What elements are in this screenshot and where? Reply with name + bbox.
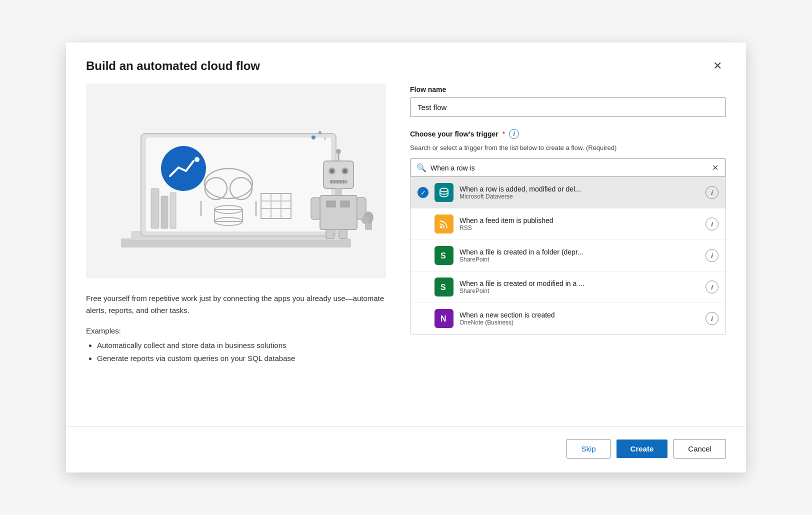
trigger-name-sp2: When a file is created or modified in a … [460,280,700,288]
trigger-icon-sharepoint-2: S [434,278,454,296]
trigger-info-btn-dataverse[interactable]: i [706,186,718,199]
trigger-item-dataverse[interactable]: ✓ When a row is added, modified or del..… [410,177,726,208]
trigger-label-text: Choose your flow's trigger [410,130,498,138]
svg-rect-38 [326,230,334,238]
svg-rect-18 [151,188,159,228]
trigger-label-row: Choose your flow's trigger * i [410,129,726,139]
svg-rect-26 [330,180,348,184]
trigger-item-rss[interactable]: When a feed item is published RSS i [410,208,726,240]
svg-point-33 [336,149,341,154]
trigger-source-dataverse: Microsoft Dataverse [460,193,700,200]
svg-point-25 [343,169,347,173]
cancel-button[interactable]: Cancel [674,439,726,458]
example-item-1: Automatically collect and store data in … [97,339,386,352]
trigger-text-sharepoint-2: When a file is created or modified in a … [460,280,700,294]
trigger-name-on: When a new section is created [460,311,700,319]
close-button[interactable]: ✕ [709,58,726,74]
search-icon: 🔍 [416,163,426,172]
trigger-item-sharepoint-1[interactable]: S When a file is created in a folder (de… [410,240,726,272]
trigger-name-dataverse: When a row is added, modified or del... [460,185,700,193]
modal-container: Build an automated cloud flow ✕ [66,42,746,472]
trigger-icon-sharepoint-1: S [434,246,454,265]
trigger-text-sharepoint-1: When a file is created in a folder (depr… [460,248,700,263]
trigger-source-on: OneNote (Business) [460,319,700,326]
skip-button[interactable]: Skip [566,439,610,458]
svg-rect-35 [320,196,357,230]
svg-point-49 [324,138,326,140]
trigger-source-sp2: SharePoint [460,288,700,294]
left-panel: Free yourself from repetitive work just … [86,84,386,414]
trigger-selected-check: ✓ [418,187,428,198]
svg-point-47 [312,136,316,140]
examples-list: Automatically collect and store data in … [86,339,386,364]
trigger-name-sp1: When a file is created in a folder (depr… [460,248,700,256]
svg-rect-21 [324,161,354,188]
trigger-text-dataverse: When a row is added, modified or del... … [460,185,700,200]
trigger-source-sp1: SharePoint [460,256,700,263]
example-item-2: Generate reports via custom queries on y… [97,352,386,365]
svg-point-51 [440,226,442,228]
illustration-box [86,84,386,278]
svg-rect-40 [311,198,320,220]
svg-point-46 [194,157,200,162]
flow-name-input[interactable] [410,98,726,117]
trigger-text-onenote: When a new section is created OneNote (B… [460,311,700,326]
trigger-source-rss: RSS [460,224,700,232]
examples-label: Examples: [86,326,386,335]
modal-footer: Skip Create Cancel [66,426,746,472]
modal-header: Build an automated cloud flow ✕ [66,42,746,84]
trigger-hint: Search or select a trigger from the list… [410,144,726,152]
svg-rect-36 [326,200,336,208]
trigger-list: ✓ When a row is added, modified or del..… [410,177,726,334]
svg-text:N: N [440,314,446,323]
trigger-search-box: 🔍 ✕ [410,158,726,177]
trigger-search-input[interactable] [430,164,711,172]
svg-rect-39 [339,230,347,238]
svg-rect-34 [335,188,342,196]
trigger-info-btn-sp1[interactable]: i [706,249,718,262]
svg-point-48 [318,131,322,134]
trigger-item-sharepoint-2[interactable]: S When a file is created or modified in … [410,272,726,303]
svg-point-44 [362,216,368,224]
flow-name-label: Flow name [410,86,726,94]
right-panel: Flow name Choose your flow's trigger * i… [410,84,726,414]
left-description: Free yourself from repetitive work just … [86,292,386,316]
trigger-text-rss: When a feed item is published RSS [460,216,700,232]
create-button[interactable]: Create [616,440,668,458]
trigger-info-btn-rss[interactable]: i [706,218,718,230]
svg-text:S: S [440,283,446,292]
svg-rect-20 [170,192,176,228]
trigger-item-onenote[interactable]: N When a new section is created OneNote … [410,303,726,334]
trigger-info-btn-on[interactable]: i [706,312,718,325]
svg-text:S: S [440,252,446,260]
trigger-info-icon[interactable]: i [509,129,519,139]
trigger-name-rss: When a feed item is published [460,216,700,224]
search-clear-button[interactable]: ✕ [711,163,720,172]
modal-body: Free yourself from repetitive work just … [66,84,746,414]
svg-rect-19 [161,196,168,228]
trigger-info-btn-sp2[interactable]: i [706,280,718,294]
trigger-icon-dataverse [434,183,454,202]
svg-point-50 [440,188,448,192]
trigger-icon-onenote: N [434,309,454,328]
svg-rect-37 [340,200,350,208]
trigger-icon-rss [434,214,454,234]
svg-point-45 [161,146,206,191]
modal-title: Build an automated cloud flow [86,59,260,73]
required-star: * [502,130,505,138]
svg-point-24 [330,169,334,173]
